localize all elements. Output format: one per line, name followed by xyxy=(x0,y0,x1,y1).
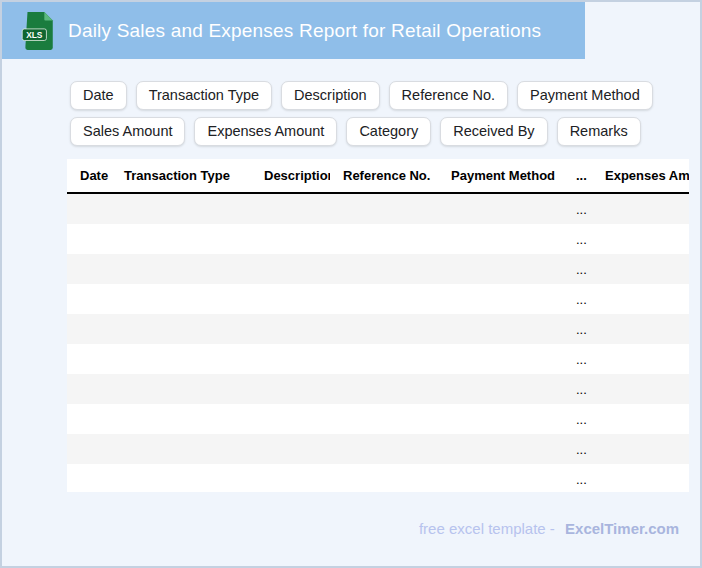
table-cell xyxy=(251,314,330,344)
table-row: ... xyxy=(67,404,689,434)
table-cell xyxy=(251,404,330,434)
table-cell xyxy=(592,404,689,434)
table-row: ... xyxy=(67,284,689,314)
table-cell xyxy=(330,254,438,284)
table-row: ... xyxy=(67,224,689,254)
table-cell xyxy=(251,254,330,284)
field-chip[interactable]: Payment Method xyxy=(517,81,653,110)
field-chips: DateTransaction TypeDescriptionReference… xyxy=(70,81,653,153)
field-chip[interactable]: Date xyxy=(70,81,127,110)
table-cell xyxy=(330,193,438,224)
chip-row: Sales AmountExpenses AmountCategoryRecei… xyxy=(70,117,653,146)
table-cell xyxy=(438,344,563,374)
table-cell xyxy=(330,464,438,492)
table-cell xyxy=(251,193,330,224)
table-cell xyxy=(438,434,563,464)
table-row: ... xyxy=(67,314,689,344)
table-cell xyxy=(67,284,111,314)
table-cell: ... xyxy=(563,404,592,434)
table-cell xyxy=(67,254,111,284)
table-cell: ... xyxy=(563,224,592,254)
report-table-container: DateTransaction TypeDescriptionReference… xyxy=(67,159,689,492)
table-cell xyxy=(111,344,251,374)
column-header: Payment Method xyxy=(438,159,563,193)
table-row: ... xyxy=(67,374,689,404)
table-header-row: DateTransaction TypeDescriptionReference… xyxy=(67,159,689,193)
table-row: ... xyxy=(67,434,689,464)
field-chip[interactable]: Received By xyxy=(440,117,547,146)
table-cell xyxy=(330,434,438,464)
table-cell xyxy=(67,224,111,254)
table-body: .............................. xyxy=(67,193,689,492)
table-cell xyxy=(592,284,689,314)
xls-file-icon: XLS xyxy=(20,11,56,51)
table-cell xyxy=(251,344,330,374)
column-header: Date xyxy=(67,159,111,193)
field-chip[interactable]: Reference No. xyxy=(389,81,509,110)
table-cell xyxy=(251,464,330,492)
report-table: DateTransaction TypeDescriptionReference… xyxy=(67,159,689,492)
footer: free excel template - ExcelTimer.com xyxy=(419,520,679,537)
table-cell xyxy=(330,404,438,434)
xls-icon-label: XLS xyxy=(26,29,43,39)
table-cell xyxy=(330,374,438,404)
table-row: ... xyxy=(67,344,689,374)
table-cell xyxy=(592,314,689,344)
footer-brand-link[interactable]: ExcelTimer.com xyxy=(565,520,679,537)
table-cell xyxy=(438,284,563,314)
table-cell xyxy=(251,374,330,404)
table-cell xyxy=(111,314,251,344)
table-cell: ... xyxy=(563,314,592,344)
chip-row: DateTransaction TypeDescriptionReference… xyxy=(70,81,653,110)
table-cell xyxy=(592,254,689,284)
table-cell xyxy=(111,434,251,464)
table-cell xyxy=(67,434,111,464)
column-header: Reference No. xyxy=(330,159,438,193)
table-cell xyxy=(111,374,251,404)
table-cell: ... xyxy=(563,344,592,374)
table-cell xyxy=(251,284,330,314)
table-cell xyxy=(438,193,563,224)
table-cell: ... xyxy=(563,284,592,314)
table-cell xyxy=(330,284,438,314)
table-cell: ... xyxy=(563,193,592,224)
table-cell xyxy=(438,224,563,254)
field-chip[interactable]: Description xyxy=(281,81,380,110)
field-chip[interactable]: Category xyxy=(346,117,431,146)
table-cell xyxy=(592,374,689,404)
table-cell xyxy=(111,193,251,224)
table-cell xyxy=(330,344,438,374)
table-cell xyxy=(251,224,330,254)
table-cell xyxy=(111,254,251,284)
table-row: ... xyxy=(67,464,689,492)
field-chip[interactable]: Transaction Type xyxy=(136,81,272,110)
table-cell xyxy=(67,404,111,434)
title-bar: XLS Daily Sales and Expenses Report for … xyxy=(2,2,585,59)
table-cell xyxy=(251,434,330,464)
field-chip[interactable]: Remarks xyxy=(557,117,641,146)
field-chip[interactable]: Sales Amount xyxy=(70,117,185,146)
table-cell xyxy=(67,193,111,224)
table-cell xyxy=(438,314,563,344)
column-header: Transaction Type xyxy=(111,159,251,193)
table-cell xyxy=(330,224,438,254)
table-cell xyxy=(592,434,689,464)
page-title: Daily Sales and Expenses Report for Reta… xyxy=(68,20,541,42)
table-row: ... xyxy=(67,193,689,224)
table-cell xyxy=(592,344,689,374)
table-cell xyxy=(111,464,251,492)
table-cell: ... xyxy=(563,434,592,464)
table-cell: ... xyxy=(563,254,592,284)
column-header: Expenses Amount xyxy=(592,159,689,193)
table-cell xyxy=(67,344,111,374)
table-cell xyxy=(592,193,689,224)
field-chip[interactable]: Expenses Amount xyxy=(194,117,337,146)
table-cell xyxy=(592,224,689,254)
table-cell xyxy=(438,254,563,284)
table-cell xyxy=(111,284,251,314)
table-cell: ... xyxy=(563,374,592,404)
table-cell xyxy=(438,404,563,434)
table-cell xyxy=(438,464,563,492)
table-row: ... xyxy=(67,254,689,284)
table-cell: ... xyxy=(563,464,592,492)
